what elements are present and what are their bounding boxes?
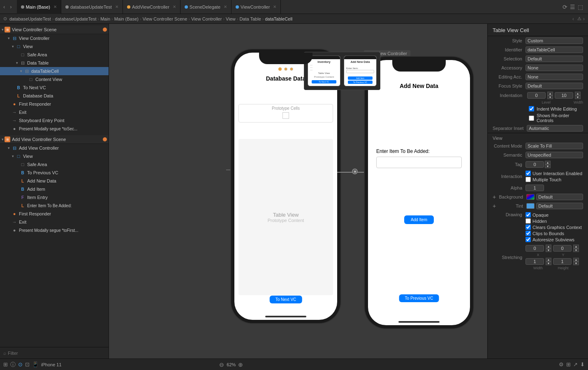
bottom-right-1[interactable]: ⚙ [559, 361, 564, 368]
tree-item-first-responder[interactable]: ● First Responder [0, 100, 109, 108]
hidden-checkbox[interactable] [525, 218, 531, 224]
zoom-out-btn[interactable]: ⊖ [219, 361, 224, 368]
crumb-5[interactable]: View Controller Scene [143, 16, 188, 21]
clips-bounds-checkbox[interactable] [525, 231, 531, 236]
nav-back-btn[interactable]: ‹ [2, 3, 7, 11]
tree-item-item-entry[interactable]: F Item Entry [0, 193, 109, 201]
crumb-2[interactable]: databaseUpdateTest [55, 16, 97, 21]
bottom-right-2[interactable]: ⊞ [566, 361, 571, 368]
bottom-right-4[interactable]: ⬇ [580, 361, 585, 368]
crumb-4[interactable]: Main (Base) [114, 16, 139, 21]
bottom-right-3[interactable]: ↗ [573, 361, 578, 368]
sh-down[interactable]: ▼ [573, 261, 579, 265]
tab-close-vc[interactable]: ✕ [273, 5, 276, 9]
width-down[interactable]: ▼ [575, 95, 581, 99]
breadcrumb-forward[interactable]: › [583, 16, 585, 22]
sx-down[interactable]: ▼ [546, 248, 551, 252]
crumb-6[interactable]: View Controller [191, 16, 222, 21]
user-interaction-checkbox[interactable] [525, 171, 531, 176]
bottom-icon-1[interactable]: ⊞ [3, 361, 8, 368]
bottom-icon-4[interactable]: ⊡ [25, 361, 30, 368]
tree-item-addvc-view[interactable]: ▾ □ View [0, 152, 109, 160]
accessory-select[interactable]: None Disclosure Indicator Checkmark [525, 65, 583, 71]
tree-item-database-data[interactable]: L Database Data [0, 92, 109, 100]
tab-scenedelegate[interactable]: SceneDelegate ✕ [181, 0, 231, 14]
editing-acc-select[interactable]: None [525, 74, 583, 80]
stretch-h-input[interactable] [553, 258, 572, 265]
crumb-7[interactable]: View [226, 16, 236, 21]
tree-item-addvc-safe[interactable]: □ Safe Area [0, 160, 109, 169]
addvc-scene-header[interactable]: ▾ ⊞ Add View Controller Scene [0, 135, 109, 144]
sy-up[interactable]: ▲ [573, 245, 579, 248]
tree-item-add-item[interactable]: B Add Item [0, 185, 109, 193]
bottom-icon-5[interactable]: 📱 [32, 361, 39, 368]
tree-item-view[interactable]: ▾ □ View [0, 42, 109, 51]
background-select[interactable]: Default [536, 194, 583, 200]
tab-close-scene[interactable]: ✕ [224, 5, 227, 9]
tint-plus[interactable]: + [493, 203, 496, 209]
tree-item-vc[interactable]: ▾ ⊟ View Controller [0, 34, 109, 42]
tab-close-db[interactable]: ✕ [115, 5, 118, 9]
tag-input[interactable] [525, 161, 544, 168]
tree-item-enter-item[interactable]: L Enter Item To Be Added: [0, 201, 109, 210]
tree-item-addvc[interactable]: ▾ ⊟ Add View Controller [0, 144, 109, 152]
refresh-icon[interactable]: ⟳ [563, 4, 567, 10]
focus-style-select[interactable]: Default [525, 83, 583, 89]
tree-item-addvc-exit[interactable]: → Exit [0, 218, 109, 226]
filter-input[interactable] [8, 351, 105, 356]
tab-main-base[interactable]: Main (Base) ✕ [17, 0, 61, 14]
tab-close-addvc[interactable]: ✕ [173, 5, 176, 9]
tab-addvc[interactable]: AddViewController ✕ [123, 0, 181, 14]
selection-select[interactable]: Default None Single [525, 56, 583, 62]
tree-item-present-modally[interactable]: ● Present Modally segue *toSec... [0, 125, 109, 133]
tree-item-content-view[interactable]: □ Content View [0, 75, 109, 83]
level-up[interactable]: ▲ [547, 92, 553, 95]
indentation-level-input[interactable] [527, 92, 546, 99]
bottom-icon-3[interactable]: ⊙ [18, 361, 23, 368]
autoresize-checkbox[interactable] [525, 237, 531, 242]
vc-scene-header[interactable]: ▾ ⊞ View Controller Scene [0, 25, 109, 34]
clears-graphics-checkbox[interactable] [525, 224, 531, 230]
tree-item-addvc-responder[interactable]: ● First Responder [0, 210, 109, 218]
tree-item-add-new-data[interactable]: L Add New Data [0, 177, 109, 185]
stretch-x-input[interactable] [525, 245, 544, 252]
sy-down[interactable]: ▼ [573, 248, 579, 252]
shows-reorder-checkbox[interactable] [529, 116, 534, 121]
style-select[interactable]: Custom Basic Right Detail [525, 37, 583, 44]
nav-forward-btn[interactable]: › [8, 3, 13, 11]
tag-down[interactable]: ▼ [545, 164, 551, 168]
tree-item-datatablecell[interactable]: ▾ ⊟ dataTableCell [0, 67, 109, 75]
tree-item-storyboard-entry[interactable]: → Storyboard Entry Point [0, 116, 109, 125]
tab-viewcontroller[interactable]: ViewController ✕ [231, 0, 281, 14]
sh-up[interactable]: ▲ [573, 258, 579, 261]
alpha-input[interactable] [525, 185, 544, 191]
tree-item-to-next-vc[interactable]: B To Next VC [0, 83, 109, 92]
tree-item-safe-area[interactable]: □ Safe Area [0, 51, 109, 59]
indent-while-editing-checkbox[interactable] [529, 106, 534, 111]
content-mode-select[interactable]: Scale To Fill [525, 143, 583, 149]
semantic-select[interactable]: Unspecified [525, 152, 583, 158]
opaque-checkbox[interactable] [525, 212, 531, 217]
stretch-y-input[interactable] [553, 245, 572, 252]
crumb-9[interactable]: dataTableCell [265, 16, 292, 21]
bottom-icon-2[interactable]: ⓘ [10, 361, 16, 368]
list-icon[interactable]: ☰ [570, 4, 575, 10]
tree-item-addvc-segue[interactable]: ● Present Modally segue *toFirst... [0, 226, 109, 234]
indentation-width-input[interactable] [555, 92, 573, 99]
sx-up[interactable]: ▲ [546, 245, 551, 248]
width-up[interactable]: ▲ [575, 92, 581, 95]
split-icon[interactable]: ⬚ [578, 4, 583, 10]
crumb-8[interactable]: Data Table [239, 16, 261, 21]
crumb-1[interactable]: databaseUpdateTest [9, 16, 51, 21]
tab-db-update[interactable]: databaseUpdateTest ✕ [61, 0, 123, 14]
tree-item-to-prev-vc[interactable]: B To Previous VC [0, 169, 109, 177]
sw-down[interactable]: ▼ [546, 261, 551, 265]
multiple-touch-checkbox[interactable] [525, 177, 531, 182]
crumb-3[interactable]: Main [100, 16, 110, 21]
tree-item-data-table[interactable]: ▾ ⊟ Data Table [0, 59, 109, 67]
tree-item-exit[interactable]: → Exit [0, 108, 109, 116]
identifier-input[interactable] [525, 46, 583, 53]
breadcrumb-back[interactable]: ‹ [572, 16, 574, 22]
tint-select[interactable]: Default [536, 203, 583, 209]
tag-up[interactable]: ▲ [545, 161, 551, 164]
